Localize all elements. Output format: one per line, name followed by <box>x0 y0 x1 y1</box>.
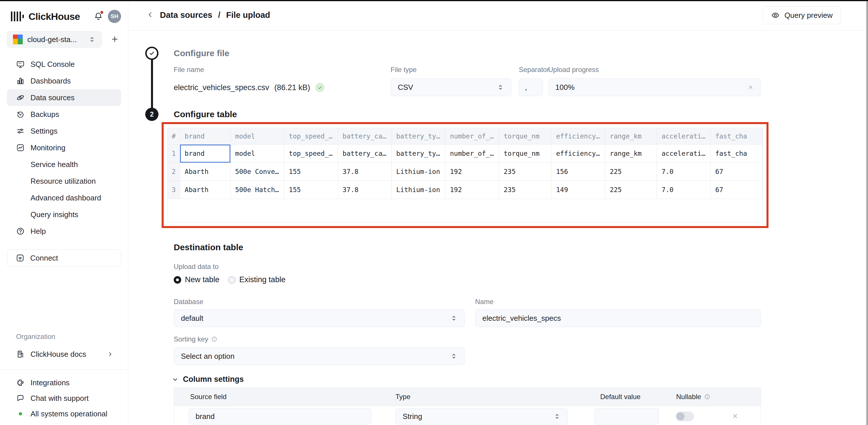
existing-table-radio[interactable] <box>228 276 236 284</box>
sidebar-item-service-health[interactable]: Service health <box>7 156 121 173</box>
preview-cell[interactable]: 500e Hatch… <box>230 181 284 199</box>
new-table-radio-label[interactable]: New table <box>185 275 219 284</box>
preview-col-header: battery_ty… <box>392 128 445 145</box>
sorting-key-select[interactable]: Select an option <box>174 347 465 365</box>
upload-progress-field[interactable]: 100% <box>548 78 761 96</box>
file-type-value: CSV <box>398 83 413 92</box>
connect-button[interactable]: Connect <box>7 249 121 266</box>
preview-cell[interactable]: 235 <box>499 163 551 181</box>
service-switcher[interactable]: cloud-get-sta... <box>7 31 102 48</box>
preview-cell[interactable]: accelerati… <box>657 145 711 163</box>
service-switcher-value: cloud-get-sta... <box>27 35 77 44</box>
preview-col-header: model <box>230 128 284 145</box>
preview-cell[interactable]: efficiency… <box>551 145 605 163</box>
notifications-bell-icon[interactable] <box>93 11 103 21</box>
preview-cell[interactable]: Lithium-ion <box>392 181 445 199</box>
sidebar-item-query-insights[interactable]: Query insights <box>7 206 121 223</box>
avatar[interactable]: SH <box>108 10 121 23</box>
preview-cell[interactable]: 67 <box>710 181 762 199</box>
sidebar-item-label: Integrations <box>30 378 70 387</box>
preview-cell[interactable]: 7.0 <box>657 163 711 181</box>
chevron-up-down-icon <box>450 352 458 360</box>
sidebar-item-clickhouse-docs[interactable]: ClickHouse docs <box>7 346 121 363</box>
info-icon[interactable] <box>704 394 710 400</box>
chevron-left-icon <box>146 10 154 19</box>
add-service-button[interactable] <box>108 33 121 46</box>
table-name-value: electric_vehicles_specs <box>482 314 561 323</box>
sidebar-item-sql-console[interactable]: SQL Console <box>7 56 121 73</box>
preview-cell[interactable]: 225 <box>605 163 657 181</box>
sidebar-item-data-sources[interactable]: Data sources <box>7 89 121 106</box>
preview-cell[interactable]: 192 <box>445 181 499 199</box>
preview-cell[interactable]: 37.8 <box>338 163 392 181</box>
file-name-value: electric_vehicles_specs.csv <box>174 83 269 92</box>
preview-cell[interactable]: battery_ty… <box>392 145 445 163</box>
preview-cell[interactable]: Lithium-ion <box>392 163 445 181</box>
sidebar-item-backups[interactable]: Backups <box>7 106 121 123</box>
preview-col-header: brand <box>180 128 231 145</box>
default-value-input[interactable] <box>594 408 659 424</box>
topbar: Data sources / File upload Query preview <box>128 0 868 30</box>
history-icon <box>16 110 25 119</box>
file-type-select[interactable]: CSV <box>391 78 512 96</box>
sidebar-item-label: Resource utilization <box>30 177 96 186</box>
sidebar-item-advanced-dashboard[interactable]: Advanced dashboard <box>7 190 121 206</box>
preview-cell[interactable]: 155 <box>284 163 338 181</box>
sidebar-item-dashboards[interactable]: Dashboards <box>7 73 121 89</box>
new-table-radio[interactable] <box>174 276 181 284</box>
source-field-input[interactable]: brand <box>188 408 371 424</box>
separator-input[interactable]: , <box>519 78 543 96</box>
preview-cell[interactable]: 37.8 <box>338 181 392 199</box>
info-icon[interactable] <box>211 336 217 342</box>
preview-cell[interactable]: number_of_… <box>445 145 499 163</box>
preview-cell[interactable]: 235 <box>499 181 551 199</box>
existing-table-radio-label[interactable]: Existing table <box>239 275 286 284</box>
preview-col-header: range_km <box>605 128 657 145</box>
preview-cell[interactable]: 67 <box>710 163 762 181</box>
sidebar-item-help[interactable]: Help <box>7 223 121 239</box>
preview-cell[interactable]: brand <box>180 145 231 163</box>
preview-cell[interactable]: Abarth <box>180 163 231 181</box>
preview-cell[interactable]: range_km <box>605 145 657 163</box>
preview-cell[interactable]: fast_cha <box>710 145 762 163</box>
breadcrumb: Data sources / File upload <box>160 10 270 20</box>
plus-icon <box>111 35 119 44</box>
preview-cell[interactable]: 156 <box>551 163 605 181</box>
main-content: 2 Configure file File name electric_vehi… <box>128 30 868 425</box>
type-select[interactable]: String <box>396 408 568 424</box>
sidebar-divider <box>0 369 128 370</box>
remove-column-icon[interactable] <box>732 412 739 420</box>
sidebar-item-all-systems-operational[interactable]: All systems operational <box>7 406 121 422</box>
sidebar-item-chat-with-support[interactable]: Chat with support <box>7 391 121 406</box>
organization-section-label: Organization <box>16 333 128 341</box>
nullable-toggle[interactable] <box>676 412 694 421</box>
chevron-down-icon <box>172 376 179 383</box>
sidebar-item-settings[interactable]: Settings <box>7 123 121 139</box>
preview-cell[interactable]: Abarth <box>180 181 231 199</box>
column-settings-toggle[interactable]: Column settings <box>172 375 244 384</box>
clear-icon[interactable] <box>747 84 754 90</box>
preview-cell[interactable]: 149 <box>551 181 605 199</box>
sidebar-item-monitoring[interactable]: Monitoring <box>7 139 121 156</box>
preview-cell[interactable]: top_speed_… <box>284 145 338 163</box>
sidebar-item-resource-utilization[interactable]: Resource utilization <box>7 173 121 190</box>
preview-cell[interactable]: 500e Conve… <box>230 163 284 181</box>
preview-cell[interactable]: 192 <box>445 163 499 181</box>
destination-table-title: Destination table <box>174 242 243 253</box>
preview-cell[interactable]: 7.0 <box>657 181 711 199</box>
sidebar-item-label: Dashboards <box>30 77 71 86</box>
connect-label: Connect <box>30 254 58 263</box>
preview-cell[interactable]: 155 <box>284 181 338 199</box>
preview-cell[interactable]: 225 <box>605 181 657 199</box>
sidebar-item-integrations[interactable]: Integrations <box>7 375 121 391</box>
preview-cell[interactable]: torque_nm <box>499 145 551 163</box>
sidebar-bottom: Organization ClickHouse docs Integration… <box>0 333 128 422</box>
back-button[interactable] <box>144 9 156 21</box>
preview-cell[interactable]: battery_ca… <box>338 145 392 163</box>
preview-cell[interactable]: model <box>230 145 284 163</box>
table-name-input[interactable]: electric_vehicles_specs <box>475 309 761 327</box>
database-select[interactable]: default <box>174 309 465 327</box>
query-preview-button[interactable]: Query preview <box>763 6 841 24</box>
table-preview-highlight: #brandmodeltop_speed_…battery_ca…battery… <box>162 122 769 228</box>
breadcrumb-data-sources[interactable]: Data sources <box>160 10 212 20</box>
